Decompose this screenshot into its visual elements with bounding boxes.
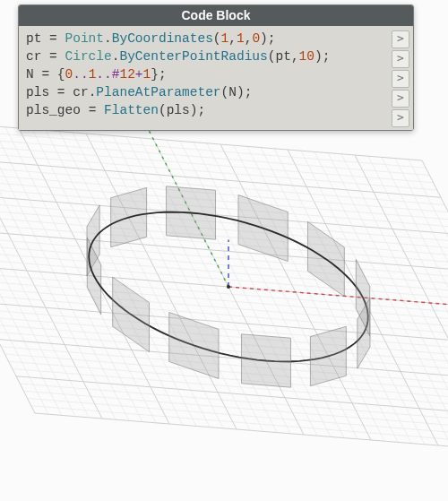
code-token: + <box>135 67 143 82</box>
output-ports: >>>>> <box>390 26 413 130</box>
code-token: 0 <box>252 31 260 46</box>
code-line[interactable]: pt = Point.ByCoordinates(1,1,0); <box>26 30 384 48</box>
code-token: 0 <box>65 67 73 82</box>
svg-line-81 <box>422 160 448 456</box>
code-token: ); <box>314 49 330 64</box>
svg-line-16 <box>4 354 448 397</box>
code-token: Point <box>65 31 105 46</box>
svg-line-1 <box>0 117 35 413</box>
code-block-node[interactable]: Code Block pt = Point.ByCoordinates(1,1,… <box>18 4 414 131</box>
code-line[interactable]: cr = Circle.ByCenterPointRadius(pt,10); <box>26 48 384 65</box>
code-token: { <box>57 67 65 82</box>
code-token: ); <box>260 31 275 46</box>
svg-line-77 <box>395 159 448 454</box>
code-token: 1 <box>221 31 229 46</box>
code-token: ByCenterPointRadius <box>119 49 267 64</box>
code-token: N <box>26 67 41 82</box>
output-port[interactable]: > <box>392 30 409 48</box>
svg-line-24 <box>0 324 448 367</box>
code-token: pls <box>167 103 190 117</box>
code-token: ); <box>190 103 205 117</box>
plane-quad <box>310 326 346 385</box>
origin-point <box>227 285 230 289</box>
output-port[interactable]: > <box>392 70 409 88</box>
code-token: 1 <box>143 67 151 82</box>
code-token: . <box>104 31 112 46</box>
plane-quad <box>113 277 150 351</box>
svg-line-78 <box>0 125 426 168</box>
code-line[interactable]: pls_geo = Flatten(pls); <box>26 101 384 119</box>
code-token: , <box>291 49 299 64</box>
code-token: pt <box>275 49 290 64</box>
code-token: 12 <box>119 67 134 82</box>
output-port[interactable]: > <box>392 90 409 108</box>
code-token: = <box>49 49 65 64</box>
svg-line-5 <box>0 119 62 415</box>
code-token: pls <box>26 85 57 99</box>
code-token: pt <box>26 31 49 46</box>
code-token: Circle <box>65 49 112 64</box>
code-token: .. <box>96 67 111 82</box>
code-token: = <box>89 103 104 117</box>
svg-line-50 <box>0 229 448 272</box>
code-token: cr <box>73 85 88 99</box>
code-token: 1 <box>237 31 245 46</box>
code-token: = <box>41 67 56 82</box>
svg-line-28 <box>0 310 448 353</box>
code-token: ( <box>213 31 221 46</box>
svg-line-70 <box>0 154 441 197</box>
svg-line-40 <box>0 265 448 308</box>
code-token: PlaneAtParameter <box>96 85 220 99</box>
plane-quad <box>242 334 291 387</box>
code-line[interactable]: pls = cr.PlaneAtParameter(N); <box>26 83 384 101</box>
code-line[interactable]: N = {0..1..#12+1}; <box>26 65 384 83</box>
output-port[interactable]: > <box>392 50 409 68</box>
code-token: cr <box>26 49 49 64</box>
code-token: = <box>57 85 73 99</box>
svg-line-42 <box>0 258 448 301</box>
code-token: , <box>228 31 237 46</box>
svg-line-14 <box>9 361 448 404</box>
code-token: .. <box>73 67 88 82</box>
output-port[interactable]: > <box>392 109 409 127</box>
code-token: = <box>49 31 65 46</box>
code-token: 10 <box>299 49 314 64</box>
code-editor[interactable]: pt = Point.ByCoordinates(1,1,0);cr = Cir… <box>19 26 390 130</box>
code-token: pls_geo <box>26 103 89 117</box>
plane-quad <box>169 312 219 378</box>
svg-line-8 <box>20 384 448 427</box>
viewport[interactable]: Code Block pt = Point.ByCoordinates(1,1,… <box>0 0 448 501</box>
node-title[interactable]: Code Block <box>19 5 413 26</box>
background-grid <box>0 117 448 456</box>
code-token: }; <box>151 67 166 82</box>
code-token: ( <box>221 85 229 99</box>
node-body: pt = Point.ByCoordinates(1,1,0);cr = Cir… <box>19 26 413 130</box>
code-token: ( <box>159 103 167 117</box>
code-token: N <box>228 85 237 99</box>
code-token: ); <box>237 85 252 99</box>
code-token: Flatten <box>104 103 159 117</box>
code-token: ByCoordinates <box>112 31 213 46</box>
